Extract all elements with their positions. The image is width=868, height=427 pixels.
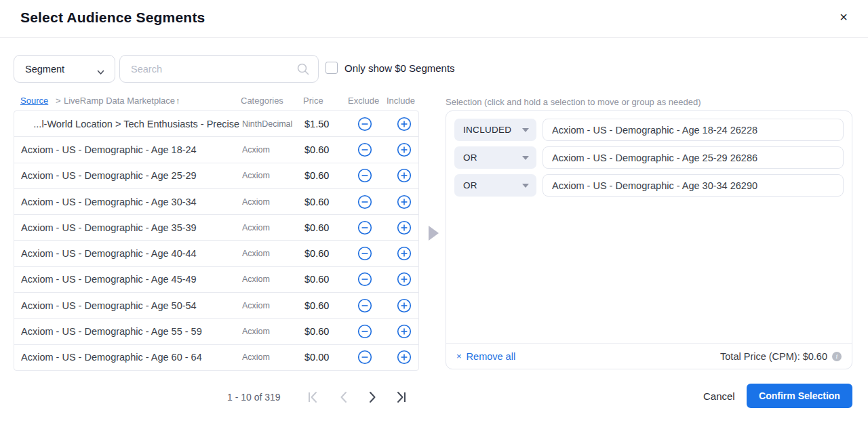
table-row: Acxiom - US - Demographic - Age 25-29 Ac…	[14, 163, 418, 188]
include-icon[interactable]	[397, 168, 412, 183]
segment-price: $0.00	[304, 352, 329, 363]
column-header-include: Include	[387, 96, 415, 106]
operator-label: INCLUDED	[463, 125, 511, 135]
operator-dropdown[interactable]: OR	[454, 174, 536, 197]
segment-price: $0.60	[304, 170, 329, 181]
include-icon[interactable]	[397, 117, 412, 131]
pagination-prev-icon[interactable]	[336, 390, 351, 405]
selection-segment[interactable]: Acxiom - US - Demographic - Age 30-34 26…	[542, 174, 844, 197]
exclude-icon[interactable]	[357, 350, 372, 365]
zero-segments-checkbox[interactable]: Only show $0 Segments	[326, 62, 455, 74]
info-icon[interactable]: i	[832, 352, 842, 361]
chevron-down-icon	[97, 66, 104, 78]
segment-category: Acxiom	[242, 197, 302, 207]
breadcrumb-source-link[interactable]: Source	[20, 96, 48, 106]
table-header-row: Source > LiveRamp Data Marketplace ↑ Cat…	[14, 96, 419, 108]
segment-price: $0.60	[304, 300, 329, 311]
operator-label: OR	[463, 180, 477, 190]
selection-panel: INCLUDED Acxiom - US - Demographic - Age…	[446, 110, 852, 369]
exclude-icon[interactable]	[357, 142, 372, 157]
segment-price: $0.60	[304, 222, 329, 233]
selection-segment[interactable]: Acxiom - US - Demographic - Age 18-24 26…	[542, 119, 844, 141]
exclude-icon[interactable]	[357, 195, 372, 209]
sort-ascending-icon[interactable]: ↑	[176, 96, 180, 106]
segments-table: ...l-World Location > Tech Enthusiasts -…	[14, 110, 419, 371]
table-row: Acxiom - US - Demographic - Age 50-54 Ac…	[14, 292, 418, 318]
segment-price: $0.60	[304, 197, 329, 207]
include-icon[interactable]	[397, 195, 412, 209]
segment-name: Acxiom - US - Demographic - Age 45-49	[21, 274, 239, 285]
exclude-icon[interactable]	[357, 272, 372, 287]
segment-price: $1.50	[304, 119, 329, 129]
select-audience-segments-dialog: Select Audience Segments × Segment Only …	[0, 0, 868, 427]
selection-segment-label: Acxiom - US - Demographic - Age 25-29 26…	[552, 152, 757, 163]
segment-price: $0.60	[304, 274, 329, 285]
dialog-header: Select Audience Segments ×	[0, 0, 868, 38]
include-icon[interactable]	[397, 272, 412, 287]
selection-segment[interactable]: Acxiom - US - Demographic - Age 25-29 26…	[542, 146, 844, 169]
pagination-range: 1 - 10 of 319	[227, 392, 281, 403]
column-header-categories: Categories	[241, 96, 283, 106]
exclude-icon[interactable]	[357, 168, 372, 183]
search-input[interactable]	[131, 56, 294, 82]
cancel-button[interactable]: Cancel	[703, 390, 735, 402]
search-icon	[296, 62, 310, 79]
segment-price: $0.60	[304, 326, 329, 337]
operator-dropdown[interactable]: INCLUDED	[454, 119, 536, 141]
include-icon[interactable]	[397, 324, 412, 339]
table-row: Acxiom - US - Demographic - Age 60 - 64 …	[14, 344, 418, 370]
selection-item: OR Acxiom - US - Demographic - Age 30-34…	[454, 174, 844, 197]
segment-name: Acxiom - US - Demographic - Age 50-54	[21, 300, 239, 311]
include-icon[interactable]	[397, 350, 412, 365]
selection-item: OR Acxiom - US - Demographic - Age 25-29…	[454, 146, 844, 169]
segment-name: Acxiom - US - Demographic - Age 40-44	[21, 248, 239, 259]
breadcrumb-current: LiveRamp Data Marketplace	[64, 96, 175, 106]
table-row: Acxiom - US - Demographic - Age 35-39 Ac…	[14, 214, 418, 240]
pagination-next-icon[interactable]	[365, 390, 380, 405]
exclude-icon[interactable]	[357, 246, 372, 261]
remove-all-label: Remove all	[467, 351, 516, 362]
table-row: Acxiom - US - Demographic - Age 30-34 Ac…	[14, 188, 418, 214]
close-icon[interactable]: ×	[840, 10, 848, 24]
table-row: Acxiom - US - Demographic - Age 18-24 Ac…	[14, 136, 418, 162]
breadcrumb-separator: >	[56, 96, 61, 106]
include-icon[interactable]	[397, 142, 412, 157]
confirm-selection-button[interactable]: Confirm Selection	[747, 384, 852, 408]
segment-category: Acxiom	[242, 327, 302, 336]
caret-down-icon	[522, 156, 529, 160]
table-row: ...l-World Location > Tech Enthusiasts -…	[14, 111, 418, 136]
segment-price: $0.60	[304, 144, 329, 155]
segment-name: ...l-World Location > Tech Enthusiasts -…	[21, 119, 239, 129]
pagination-last-icon[interactable]	[393, 390, 408, 405]
exclude-icon[interactable]	[357, 220, 372, 235]
segment-category: Acxiom	[242, 274, 302, 284]
column-header-exclude: Exclude	[348, 96, 379, 106]
table-row: Acxiom - US - Demographic - Age 55 - 59 …	[14, 318, 418, 344]
segment-name: Acxiom - US - Demographic - Age 18-24	[21, 144, 239, 155]
exclude-icon[interactable]	[357, 298, 372, 313]
remove-x-icon: ×	[456, 351, 462, 361]
exclude-icon[interactable]	[357, 324, 372, 339]
segment-price: $0.60	[304, 248, 329, 259]
zero-segments-label: Only show $0 Segments	[344, 62, 455, 74]
selection-item: INCLUDED Acxiom - US - Demographic - Age…	[454, 119, 844, 141]
remove-all-link[interactable]: × Remove all	[456, 351, 515, 362]
include-icon[interactable]	[397, 298, 412, 313]
segment-category: Acxiom	[242, 301, 302, 310]
segment-category: Acxiom	[242, 352, 302, 362]
table-row: Acxiom - US - Demographic - Age 40-44 Ac…	[14, 240, 418, 266]
include-icon[interactable]	[397, 220, 412, 235]
include-icon[interactable]	[397, 246, 412, 261]
segment-category: Acxiom	[242, 249, 302, 258]
search-field	[119, 55, 319, 83]
segment-category: NinthDecimal	[242, 119, 302, 129]
segment-type-value: Segment	[25, 64, 64, 75]
checkbox-icon[interactable]	[326, 62, 338, 74]
pagination-first-icon[interactable]	[306, 390, 321, 405]
operator-label: OR	[463, 152, 477, 163]
operator-dropdown[interactable]: OR	[454, 146, 536, 169]
selection-segment-label: Acxiom - US - Demographic - Age 30-34 26…	[552, 180, 757, 191]
move-right-arrow-icon	[429, 226, 439, 241]
exclude-icon[interactable]	[357, 117, 372, 131]
segment-type-dropdown[interactable]: Segment	[14, 55, 115, 83]
